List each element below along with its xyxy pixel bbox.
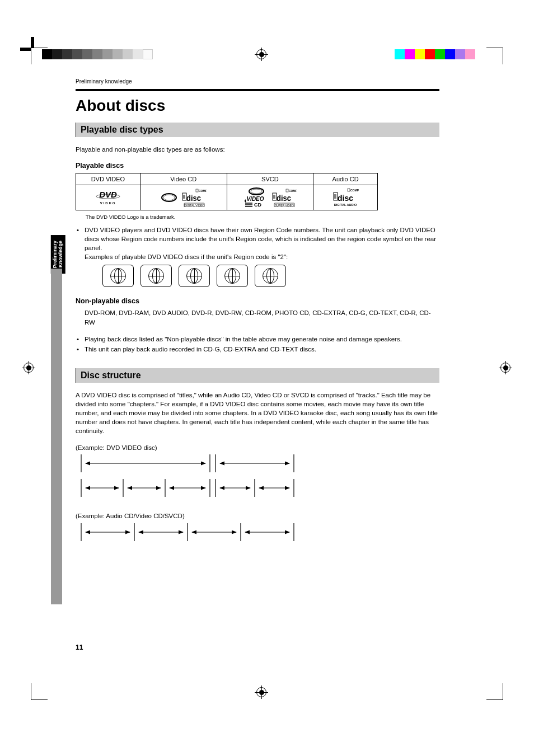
table-header: DVD VIDEO <box>76 173 140 185</box>
svg-text:VIDEO: VIDEO <box>247 196 264 202</box>
page-title: About discs <box>76 97 439 115</box>
svcd-logo-icon: VIDEOCD COMPACTdiscSUPER VIDEO <box>227 185 313 210</box>
svg-text:VIDEO: VIDEO <box>100 201 116 205</box>
svg-text:disc: disc <box>338 194 353 203</box>
section-heading-structure: Disc structure <box>76 368 439 383</box>
intro-text: Playable and non-playable disc types are… <box>76 145 439 154</box>
nonplayable-list: DVD-ROM, DVD-RAM, DVD AUDIO, DVD-R, DVD-… <box>85 308 439 326</box>
side-tab-gray <box>51 269 62 604</box>
svg-text:DIGITAL AUDIO: DIGITAL AUDIO <box>334 203 357 206</box>
table-col-audiocd: Audio CD COMPACTdiscDIGITAL AUDIO <box>313 173 377 210</box>
region-code-bullet: DVD VIDEO players and DVD VIDEO discs ha… <box>76 226 439 261</box>
table-col-dvd: DVD VIDEO DVDVIDEO <box>76 173 140 210</box>
title-rule <box>76 89 439 91</box>
structure-paragraph: A DVD VIDEO disc is comprised of "titles… <box>76 391 439 435</box>
example2-label: (Example: Audio CD/Video CD/SVCD) <box>76 511 439 520</box>
svg-point-14 <box>251 189 262 194</box>
region-code-icon <box>255 265 286 287</box>
cdg-playback-bullet: This unit can play back audio recorded i… <box>76 345 439 354</box>
region-code-text: DVD VIDEO players and DVD VIDEO discs ha… <box>85 227 436 251</box>
page-number: 11 <box>76 644 83 651</box>
crop-mark-icon <box>486 48 503 64</box>
region-code-icon <box>140 265 172 287</box>
svg-text:COMPACT: COMPACT <box>350 189 359 192</box>
video-cd-logo-icon: COMPACTdiscDIGITAL VIDEO <box>140 185 227 210</box>
svg-rect-6 <box>196 189 198 192</box>
dvd-video-logo-icon: DVDVIDEO <box>76 185 140 210</box>
region-examples-text: Examples of playable DVD VIDEO discs if … <box>85 252 439 261</box>
svg-text:disc: disc <box>186 194 201 203</box>
side-tab-label: Preliminary Knowledge <box>52 241 63 268</box>
svg-rect-21 <box>286 189 288 192</box>
audio-cd-logo-icon: COMPACTdiscDIGITAL AUDIO <box>313 185 377 210</box>
svg-text:COMPACT: COMPACT <box>199 189 207 192</box>
side-tab: Preliminary Knowledge <box>51 235 65 274</box>
table-header: Video CD <box>140 173 227 185</box>
registration-mark-icon <box>24 363 34 373</box>
svg-rect-29 <box>348 189 350 191</box>
table-col-vcd: Video CD COMPACTdiscDIGITAL VIDEO <box>140 173 227 210</box>
color-bar-left <box>42 49 153 59</box>
running-head: Preliminary knowledge <box>76 78 439 84</box>
nonplayable-heading: Non-playable discs <box>76 297 439 305</box>
dvd-structure-diagram <box>76 454 439 501</box>
svg-text:SUPER VIDEO: SUPER VIDEO <box>275 204 294 207</box>
svg-text:CD: CD <box>254 202 261 208</box>
registration-mark-icon <box>500 363 510 373</box>
table-header: SVCD <box>227 173 313 185</box>
svg-text:DIGITAL VIDEO: DIGITAL VIDEO <box>184 204 204 207</box>
svg-point-4 <box>163 195 175 200</box>
section-heading-playable: Playable disc types <box>76 123 439 137</box>
table-col-svcd: SVCD VIDEOCD COMPACTdiscSUPER VIDEO <box>227 173 314 210</box>
trademark-note: The DVD VIDEO Logo is a trademark. <box>86 214 439 220</box>
region-code-icon <box>102 265 134 287</box>
playable-heading: Playable discs <box>76 162 439 170</box>
noise-warning-bullet: Playing back discs listed as "Non-playab… <box>76 335 439 344</box>
crop-mark-icon <box>31 683 48 700</box>
registration-mark-icon <box>256 49 266 59</box>
region-code-icon <box>179 265 210 287</box>
region-code-icon <box>217 265 248 287</box>
crop-mark-icon <box>486 683 503 700</box>
page-content: Preliminary knowledge About discs Playab… <box>76 78 439 556</box>
table-header: Audio CD <box>313 173 377 185</box>
crop-mark-icon <box>31 48 48 64</box>
svg-text:COMPACT: COMPACT <box>289 189 297 192</box>
example1-label: (Example: DVD VIDEO disc) <box>76 443 439 452</box>
playable-disc-table: DVD VIDEO DVDVIDEO Video CD COMPACTdiscD… <box>76 173 378 210</box>
cd-structure-diagram <box>76 523 439 546</box>
region-icons-row <box>102 265 439 287</box>
svg-text:disc: disc <box>277 194 291 203</box>
registration-mark-icon <box>256 687 266 697</box>
color-bar-right <box>395 49 475 59</box>
